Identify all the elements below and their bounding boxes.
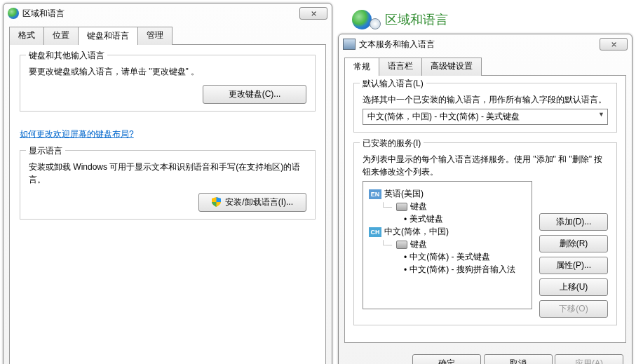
add-button[interactable]: 添加(D)... (539, 213, 608, 231)
default-language-select[interactable]: 中文(简体，中国) - 中文(简体) - 美式键盘 (363, 109, 608, 125)
tab-format[interactable]: 格式 (9, 27, 44, 45)
installed-desc: 为列表中显示的每个输入语言选择服务。使用 "添加" 和 "删除" 按钮来修改这个… (363, 153, 608, 178)
dialog-title: 文本服务和输入语言 (359, 39, 600, 50)
install-lang-label: 安装/卸载语言(I)... (225, 197, 293, 207)
tab-admin[interactable]: 管理 (137, 27, 172, 45)
group-title-keyboards: 键盘和其他输入语言 (26, 50, 107, 62)
group-desc: 要更改键盘或输入语言，请单击 "更改键盘" 。 (29, 65, 306, 78)
cp-title: 区域和语言 (385, 11, 448, 28)
move-up-button[interactable]: 上移(U) (539, 278, 608, 296)
list-item[interactable]: 中文(简体) - 美式键盘 (410, 251, 490, 263)
default-desc: 选择其中一个已安装的输入语言，用作所有输入字段的默认语言。 (363, 93, 608, 106)
close-button[interactable]: ⤫ (600, 38, 628, 50)
list-item[interactable]: 中文(简体，中国) (384, 226, 449, 238)
list-item[interactable]: 中文(简体) - 搜狗拼音输入法 (410, 264, 515, 276)
list-item: 键盘 (410, 238, 427, 250)
ime-icon (343, 39, 356, 50)
tab-advanced[interactable]: 高级键设置 (421, 58, 482, 76)
keyboard-icon (396, 241, 407, 249)
globe-icon (8, 8, 19, 19)
shield-icon (212, 197, 221, 207)
lang-badge-cn: CH (369, 227, 381, 237)
list-item[interactable]: 美式键盘 (410, 213, 443, 225)
list-item[interactable]: 英语(美国) (384, 188, 424, 200)
move-down-button: 下移(O) (539, 300, 608, 318)
language-tree[interactable]: EN英语(美国) └─键盘 •美式键盘 CH中文(简体，中国) └─键盘 •中文… (363, 181, 532, 309)
apply-button: 应用(A) (555, 354, 623, 364)
cancel-button[interactable]: 取消 (484, 354, 553, 364)
help-link[interactable]: 如何更改欢迎屏幕的键盘布局? (20, 128, 134, 140)
install-lang-button[interactable]: 安装/卸载语言(I)... (198, 193, 306, 212)
group-title-installed: 已安装的服务(I) (360, 137, 424, 149)
change-keyboard-button[interactable]: 更改键盘(C)... (203, 85, 306, 104)
group-title-displaylang: 显示语言 (26, 145, 65, 157)
globe-clock-icon (352, 10, 381, 29)
tab-keyboards[interactable]: 键盘和语言 (78, 27, 138, 45)
tab-general[interactable]: 常规 (344, 58, 379, 76)
properties-button[interactable]: 属性(P)... (539, 257, 608, 274)
remove-button[interactable]: 删除(R) (539, 235, 608, 252)
tab-location[interactable]: 位置 (43, 27, 79, 45)
group-title-default: 默认输入语言(L) (360, 78, 426, 90)
dialog-title: 区域和语言 (22, 8, 299, 20)
ok-button[interactable]: 确定 (412, 354, 481, 364)
list-item: 键盘 (410, 201, 427, 213)
lang-badge-en: EN (369, 189, 381, 199)
keyboard-icon (396, 203, 407, 211)
group-desc: 安装或卸载 Windows 可用于显示文本和识别语音和手写(在支持地区)的语言。 (29, 161, 306, 186)
close-button[interactable]: ⤫ (299, 7, 327, 20)
tab-langbar[interactable]: 语言栏 (379, 58, 422, 76)
